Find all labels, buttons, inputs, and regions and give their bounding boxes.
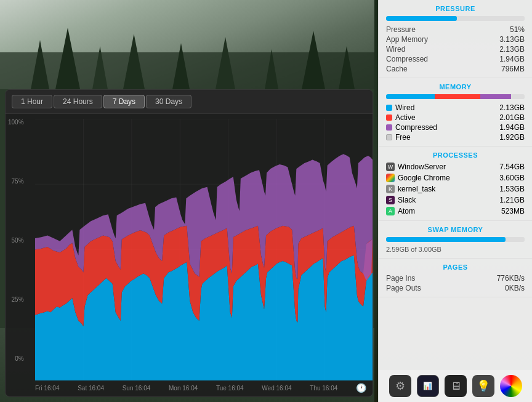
processes-header: PROCESSES xyxy=(379,147,532,161)
chart-panel: 1 Hour 24 Hours 7 Days 30 Days 100% 75% … xyxy=(5,89,373,397)
page-ins-row: Page Ins 776KB/s xyxy=(386,273,525,283)
pages-section: Page Ins 776KB/s Page Outs 0KB/s xyxy=(379,273,532,297)
right-panel: PRESSURE Pressure 51% App Memory 3.13GB … xyxy=(378,0,532,402)
memory-chart: 100% 75% 50% 25% 0% xyxy=(6,114,373,380)
y-label-50: 50% xyxy=(12,237,24,244)
page-outs-value: 0KB/s xyxy=(505,284,525,292)
pressure-label: Pressure xyxy=(386,25,416,34)
compressed-pressure-row: Compressed 1.94GB xyxy=(386,54,525,64)
x-axis: Fri 16:04 Sat 16:04 Sun 16:04 Mon 16:04 … xyxy=(6,380,373,396)
dock-icon-1[interactable]: ⚙ xyxy=(389,375,411,397)
pressure-row: Pressure 51% xyxy=(386,25,525,34)
dock-icon-5[interactable] xyxy=(500,375,522,397)
process-row-kernel: K kernel_task 1.53GB xyxy=(386,183,525,195)
processes-section: W WindowServer 7.54GB Google Chrome 3.60… xyxy=(379,161,532,221)
kernel-value: 1.53GB xyxy=(499,185,525,193)
mem-wired-bar xyxy=(386,94,435,99)
process-row-slack: S Slack 1.21GB xyxy=(386,195,525,206)
wired-dot xyxy=(386,105,392,111)
cache-value: 796MB xyxy=(501,65,525,73)
dock-icons: ⚙ 📊 🖥 💡 xyxy=(379,370,532,402)
wired-legend-value: 2.13GB xyxy=(499,103,525,112)
atom-icon: A xyxy=(386,207,395,215)
wired-pressure-label: Wired xyxy=(386,45,405,54)
time-buttons-bar: 1 Hour 24 Hours 7 Days 30 Days xyxy=(6,90,373,114)
wired-legend: Wired 2.13GB xyxy=(386,103,525,113)
dock-icon-2[interactable]: 📊 xyxy=(417,375,439,397)
x-label-sun: Sun 16:04 xyxy=(123,385,151,392)
free-legend-value: 1.92GB xyxy=(499,133,525,142)
appmemory-row: App Memory 3.13GB xyxy=(386,34,525,44)
chrome-value: 3.60GB xyxy=(499,174,525,182)
chart-svg xyxy=(35,119,373,380)
process-row-chrome: Google Chrome 3.60GB xyxy=(386,172,525,183)
wired-legend-label: Wired xyxy=(395,103,414,112)
atom-name: Atom xyxy=(398,207,415,215)
active-dot xyxy=(386,115,392,121)
cache-row: Cache 796MB xyxy=(386,64,525,74)
page-outs-row: Page Outs 0KB/s xyxy=(386,283,525,293)
active-legend-value: 2.01GB xyxy=(499,113,525,122)
x-label-fri: Fri 16:04 xyxy=(35,385,59,392)
kernel-icon: K xyxy=(386,185,395,193)
appmemory-value: 3.13GB xyxy=(499,35,525,44)
windowserver-value: 7.54GB xyxy=(499,163,525,171)
compressed-dot xyxy=(386,124,392,131)
memory-section: Wired 2.13GB Active 2.01GB Compressed 1.… xyxy=(379,93,532,147)
swap-section: 2.59GB of 3.00GB xyxy=(379,236,532,259)
memory-header: MEMORY xyxy=(379,78,532,93)
x-label-tue: Tue 16:04 xyxy=(216,385,244,392)
mem-compressed-bar xyxy=(480,94,511,99)
dock-icon-3[interactable]: 🖥 xyxy=(445,375,467,397)
y-label-0: 0% xyxy=(15,355,23,362)
slack-icon: S xyxy=(386,196,395,204)
btn-24hours[interactable]: 24 Hours xyxy=(54,95,102,108)
slack-value: 1.21GB xyxy=(499,196,525,204)
pages-header: PAGES xyxy=(379,259,532,273)
pressure-value: 51% xyxy=(510,25,525,34)
y-label-75: 75% xyxy=(12,178,24,185)
chrome-icon xyxy=(386,174,395,182)
swap-bar-container xyxy=(386,237,525,242)
swap-text: 2.59GB of 3.00GB xyxy=(386,244,525,254)
y-axis: 100% 75% 50% 25% 0% xyxy=(8,119,26,362)
pressure-header: PRESSURE xyxy=(379,0,532,15)
pressure-bar-container xyxy=(386,16,525,21)
x-label-mon: Mon 16:04 xyxy=(169,385,198,392)
page-ins-value: 776KB/s xyxy=(497,274,525,283)
btn-7days[interactable]: 7 Days xyxy=(103,95,145,108)
active-legend-label: Active xyxy=(395,113,416,122)
process-row-windowserver: W WindowServer 7.54GB xyxy=(386,161,525,172)
mem-free-bar xyxy=(511,94,525,99)
clock-icon[interactable]: 🕐 xyxy=(356,383,366,393)
compressed-pressure-label: Compressed xyxy=(386,55,428,63)
y-label-25: 25% xyxy=(12,296,24,303)
windowserver-name: WindowServer xyxy=(398,163,446,171)
swap-bar xyxy=(386,237,506,242)
btn-1hour[interactable]: 1 Hour xyxy=(12,95,52,108)
x-label-sat: Sat 16:04 xyxy=(78,385,104,392)
free-legend-label: Free xyxy=(395,133,411,142)
page-ins-label: Page Ins xyxy=(386,274,415,283)
dock-icon-4[interactable]: 💡 xyxy=(472,375,494,397)
pressure-bar xyxy=(386,16,457,21)
active-legend: Active 2.01GB xyxy=(386,113,525,123)
memory-bar xyxy=(386,94,525,99)
page-outs-label: Page Outs xyxy=(386,284,421,292)
chrome-name: Google Chrome xyxy=(398,174,450,182)
x-label-thu: Thu 16:04 xyxy=(310,385,337,392)
mem-active-bar xyxy=(435,94,480,99)
y-label-100: 100% xyxy=(8,119,24,126)
process-row-atom: A Atom 523MB xyxy=(386,206,525,217)
btn-30days[interactable]: 30 Days xyxy=(146,95,191,108)
cache-label: Cache xyxy=(386,65,408,73)
atom-value: 523MB xyxy=(501,207,525,215)
free-legend: Free 1.92GB xyxy=(386,132,525,142)
kernel-name: kernel_task xyxy=(398,185,435,193)
compressed-legend-value: 1.94GB xyxy=(499,123,525,132)
free-dot xyxy=(386,134,392,140)
appmemory-label: App Memory xyxy=(386,35,428,44)
compressed-pressure-value: 1.94GB xyxy=(499,55,525,63)
swap-header: SWAP MEMORY xyxy=(379,221,532,236)
x-label-wed: Wed 16:04 xyxy=(262,385,291,392)
